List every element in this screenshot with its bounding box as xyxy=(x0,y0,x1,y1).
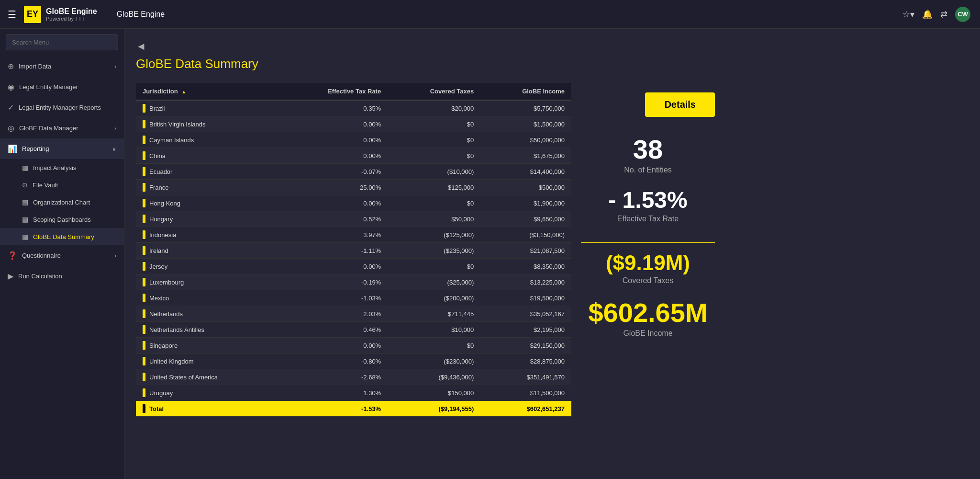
jurisdiction-bar xyxy=(143,104,145,113)
sidebar-item-legal-entity-reports[interactable]: ✓ Legal Entity Manager Reports xyxy=(0,97,124,118)
sidebar-item-globe-data-summary[interactable]: ▦ GloBE Data Summary xyxy=(0,228,124,245)
scoping-icon: ▤ xyxy=(22,216,28,223)
data-table-container: Jurisdiction ▲ Effective Tax Rate Covere… xyxy=(136,83,571,417)
covered-cell: $711,445 xyxy=(388,306,480,322)
sidebar-item-legal-entity-manager[interactable]: ◉ Legal Entity Manager xyxy=(0,77,124,97)
table-row[interactable]: British Virgin Islands 0.00% $0 $1,500,0… xyxy=(136,116,571,132)
covered-cell: $0 xyxy=(388,148,480,164)
effective-rate-stat: - 1.53% Effective Tax Rate xyxy=(581,189,715,223)
search-input[interactable] xyxy=(6,34,118,50)
rate-cell: -0.80% xyxy=(279,354,388,369)
sidebar-item-globe-data-manager[interactable]: ◎ GloBE Data Manager › xyxy=(0,118,124,138)
table-row[interactable]: Brazil 0.35% $20,000 $5,750,000 xyxy=(136,100,571,116)
table-row[interactable]: Ireland -1.11% ($235,000) $21,087,500 xyxy=(136,243,571,259)
table-row[interactable]: Hong Kong 0.00% $0 $1,900,000 xyxy=(136,195,571,211)
rate-cell: 0.46% xyxy=(279,322,388,338)
rate-cell: -1.11% xyxy=(279,243,388,259)
org-icon: ▤ xyxy=(22,198,28,206)
jurisdiction-bar xyxy=(143,183,145,192)
rate-cell: 0.00% xyxy=(279,116,388,132)
plus-icon: ⊕ xyxy=(8,62,14,71)
rate-cell: 0.00% xyxy=(279,259,388,274)
table-row[interactable]: Netherlands Antilles 0.46% $10,000 $2,19… xyxy=(136,322,571,338)
col-jurisdiction[interactable]: Jurisdiction ▲ xyxy=(136,83,279,100)
star-icon[interactable]: ☆▾ xyxy=(902,9,914,20)
rate-cell: 2.03% xyxy=(279,306,388,322)
col-globe-income[interactable]: GloBE Income xyxy=(480,83,571,100)
table-row[interactable]: United Kingdom -0.80% ($230,000) $28,875… xyxy=(136,354,571,369)
details-button[interactable]: Details xyxy=(645,92,715,117)
jurisdiction-bar xyxy=(143,246,145,255)
jurisdiction-cell: Hong Kong xyxy=(136,195,279,211)
back-button[interactable]: ◄ xyxy=(136,40,146,53)
sidebar-item-questionnaire[interactable]: ❓ Questionnaire › xyxy=(0,245,124,266)
income-cell: $2,195,000 xyxy=(480,322,571,338)
table-row[interactable]: United States of America -2.68% ($9,436,… xyxy=(136,369,571,385)
ey-logo: EY xyxy=(24,6,41,23)
table-row[interactable]: Singapore 0.00% $0 $29,150,000 xyxy=(136,338,571,354)
rate-cell: 0.35% xyxy=(279,100,388,116)
covered-cell: $20,000 xyxy=(388,100,480,116)
run-icon: ▶ xyxy=(8,272,13,281)
income-cell: $14,400,000 xyxy=(480,164,571,180)
rate-cell: 0.52% xyxy=(279,211,388,227)
table-row[interactable]: Netherlands 2.03% $711,445 $35,052,167 xyxy=(136,306,571,322)
total-label: Total xyxy=(136,401,279,417)
sidebar-item-file-vault[interactable]: ⊙ File Vault xyxy=(0,176,124,194)
table-row[interactable]: Mexico -1.03% ($200,000) $19,500,000 xyxy=(136,290,571,306)
total-bar xyxy=(143,404,145,413)
jurisdiction-cell: France xyxy=(136,180,279,195)
sidebar-item-import-data[interactable]: ⊕ Import Data › xyxy=(0,56,124,77)
sidebar-item-reporting[interactable]: 📊 Reporting ∨ xyxy=(0,138,124,159)
col-covered-taxes[interactable]: Covered Taxes xyxy=(388,83,480,100)
rate-cell: 25.00% xyxy=(279,180,388,195)
income-cell: $35,052,167 xyxy=(480,306,571,322)
table-row[interactable]: Luxembourg -0.19% ($25,000) $13,225,000 xyxy=(136,274,571,290)
main-content: ◄ GloBE Data Summary Jurisdiction ▲ Effe… xyxy=(124,29,980,479)
right-panel: Details 38 No. of Entities - 1.53% Effec… xyxy=(571,83,724,417)
total-row: Total -1.53% ($9,194,555) $602,651,237 xyxy=(136,401,571,417)
jurisdiction-bar xyxy=(143,278,145,286)
table-row[interactable]: Jersey 0.00% $0 $8,350,000 xyxy=(136,259,571,274)
rate-cell: -2.68% xyxy=(279,369,388,385)
covered-cell: $125,000 xyxy=(388,180,480,195)
jurisdiction-cell: Uruguay xyxy=(136,385,279,401)
effective-rate-value: - 1.53% xyxy=(581,189,715,212)
sidebar-item-scoping-dashboards[interactable]: ▤ Scoping Dashboards xyxy=(0,211,124,228)
income-cell: $5,750,000 xyxy=(480,100,571,116)
jurisdiction-bar xyxy=(143,294,145,302)
jurisdiction-bar xyxy=(143,230,145,239)
income-cell: $21,087,500 xyxy=(480,243,571,259)
jurisdiction-cell: Singapore xyxy=(136,338,279,354)
sidebar-item-org-chart[interactable]: ▤ Organizational Chart xyxy=(0,194,124,211)
table-row[interactable]: Ecuador -0.07% ($10,000) $14,400,000 xyxy=(136,164,571,180)
data-table: Jurisdiction ▲ Effective Tax Rate Covere… xyxy=(136,83,571,417)
table-row[interactable]: Indonesia 3.97% ($125,000) ($3,150,000) xyxy=(136,227,571,243)
bell-icon[interactable]: 🔔 xyxy=(922,9,933,20)
covered-cell: $50,000 xyxy=(388,211,480,227)
table-row[interactable]: France 25.00% $125,000 $500,000 xyxy=(136,180,571,195)
table-row[interactable]: China 0.00% $0 $1,675,000 xyxy=(136,148,571,164)
stat-divider xyxy=(581,242,715,243)
covered-cell: $150,000 xyxy=(388,385,480,401)
transfer-icon[interactable]: ⇄ xyxy=(940,9,947,20)
total-covered: ($9,194,555) xyxy=(388,401,480,417)
jurisdiction-bar xyxy=(143,199,145,207)
sidebar-item-impact-analysis[interactable]: ▦ Impact Analysis xyxy=(0,159,124,176)
sidebar-item-run-calculation[interactable]: ▶ Run Calculation xyxy=(0,266,124,286)
hamburger-icon[interactable]: ☰ xyxy=(8,9,16,20)
table-row[interactable]: Cayman Islands 0.00% $0 $50,000,000 xyxy=(136,132,571,148)
table-row[interactable]: Hungary 0.52% $50,000 $9,650,000 xyxy=(136,211,571,227)
table-row[interactable]: Uruguay 1.30% $150,000 $11,500,000 xyxy=(136,385,571,401)
jurisdiction-cell: Ireland xyxy=(136,243,279,259)
app-subtitle: Powered by TTT xyxy=(46,16,97,22)
table-body: Brazil 0.35% $20,000 $5,750,000 British … xyxy=(136,100,571,417)
vault-icon: ⊙ xyxy=(22,181,28,189)
income-cell: $11,500,000 xyxy=(480,385,571,401)
jurisdiction-bar xyxy=(143,167,145,176)
avatar[interactable]: CW xyxy=(955,7,970,22)
jurisdiction-cell: United Kingdom xyxy=(136,354,279,369)
col-effective-tax-rate[interactable]: Effective Tax Rate xyxy=(279,83,388,100)
covered-cell: $0 xyxy=(388,259,480,274)
covered-taxes-label: Covered Taxes xyxy=(581,276,715,285)
